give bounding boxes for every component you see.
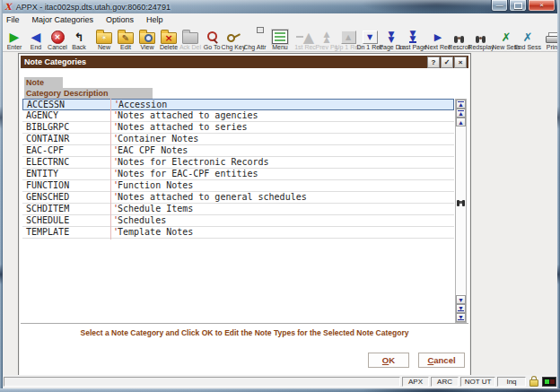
description-cell: Template Notes <box>118 227 193 238</box>
toolbar-rescroll-button[interactable]: Rescroll <box>449 26 470 51</box>
redsplay-icon <box>475 35 487 44</box>
table-row-containr[interactable]: CONTAINR'Container Notes <box>22 134 454 145</box>
table-row-schditem[interactable]: SCHDITEM'Schedule Items <box>22 204 454 215</box>
window-title: APPX - itac002sp.dts.utah.gov:8060:24791 <box>16 3 171 12</box>
new-sess-icon: ✗ <box>499 30 513 44</box>
scroll-page-up-button[interactable]: ▲ <box>456 109 466 118</box>
toolbar-dn-1-rec-button[interactable]: ▼Dn 1 Rec <box>359 26 381 51</box>
table-row-function[interactable]: FUNCTION'Function Notes <box>22 180 454 192</box>
first-rec-icon: ▲ <box>296 30 314 44</box>
toolbar-back-button[interactable]: ↰Back <box>68 26 90 51</box>
minimize-button[interactable]: — <box>491 0 508 12</box>
table-row-schedule[interactable]: SCHEDULE'Schedules <box>22 215 454 227</box>
table-row-electrnc[interactable]: ELECTRNC'Notes for Electronic Records <box>22 157 454 169</box>
note-category-cell: EAC-CPF <box>26 145 64 156</box>
column-header-note-category: Note Category <box>24 77 63 99</box>
toolbar-label: Cancel <box>48 44 67 51</box>
bar-icon <box>458 319 464 320</box>
close-button[interactable]: × <box>528 0 556 12</box>
table-row-biblgrpc[interactable]: BIBLGRPC'Notes attached to series <box>22 122 454 134</box>
arrow-up-icon: ▲ <box>458 111 464 116</box>
toolbar-chg-attr-button[interactable]: Chg Attr <box>244 26 266 51</box>
table-row-entity[interactable]: ENTITY'Notes for EAC-CPF entities <box>22 169 454 180</box>
menu-help[interactable]: Help <box>146 15 163 24</box>
toolbar-delete-button[interactable]: ×Delete <box>158 26 179 51</box>
scroll-down-one-button[interactable]: ▼ <box>456 295 466 304</box>
scroll-last-page-button[interactable]: ▼ <box>456 313 466 322</box>
toolbar-next-rec-button[interactable]: ▶Next Rec <box>427 26 449 51</box>
scroll-first-page-button[interactable]: ▲ <box>456 100 466 109</box>
note-category-cell: GENSCHED <box>26 192 69 203</box>
scroll-page-down-button[interactable]: ▼ <box>456 304 466 313</box>
toolbar-label: End <box>31 44 41 51</box>
table-row-agency[interactable]: AGENCY'Notes attached to agencies <box>22 110 454 122</box>
note-category-cell: ENTITY <box>26 169 58 179</box>
toolbar-view-button[interactable]: View <box>136 26 158 51</box>
up-1-rec-icon: ▲ <box>341 30 356 44</box>
mdi-client-area: Note Categories ?✓× Note Category Descri… <box>2 51 558 376</box>
table-row-accessn[interactable]: ACCESSN'Accession <box>22 99 454 110</box>
window-bottom-edge <box>0 388 560 392</box>
toolbar: ▶Enter◀End×Cancel↰Back✶New✎EditView×Dele… <box>2 25 558 52</box>
toolbar-label: Edit <box>120 44 131 51</box>
menu-major-categories[interactable]: Major Categories <box>32 15 94 24</box>
toolbar-menu-button[interactable]: Menu <box>269 26 291 51</box>
description-cell: Notes attached to agencies <box>118 110 258 121</box>
toolbar-label: Back <box>72 44 86 51</box>
cancel-button[interactable]: Cancel <box>418 353 465 368</box>
status-message-cell <box>4 377 400 387</box>
enter-icon: ▶ <box>7 30 22 44</box>
menu-options[interactable]: Options <box>106 15 134 24</box>
description-cell: Accession <box>118 100 167 110</box>
toolbar-end-button[interactable]: ◀End <box>25 26 47 51</box>
toolbar-redsplay-button[interactable]: Redsplay <box>470 26 492 51</box>
toolbar-go-to-button[interactable]: Go To <box>201 26 223 51</box>
ok-button[interactable]: OK <box>368 353 409 368</box>
toolbar-edit-button[interactable]: ✎Edit <box>115 26 136 51</box>
scroll-up-one-button[interactable]: ▲ <box>456 118 466 126</box>
vertical-scrollbar[interactable]: ▲ ▲ ▲ ▼ ▼ ▼ <box>455 99 467 323</box>
toolbar-label: View <box>140 44 153 51</box>
maximize-button[interactable] <box>509 0 527 12</box>
toolbar-end-sess-button[interactable]: ✗End Sess <box>517 26 538 51</box>
toolbar-label: Next Rec <box>425 44 451 51</box>
toolbar-label: End Sess <box>514 44 541 51</box>
menu-file[interactable]: File <box>6 15 20 24</box>
dialog-help-button[interactable]: ? <box>427 57 440 68</box>
toolbar-chg-key-button[interactable]: Chg Key <box>223 26 244 51</box>
toolbar-label: Delete <box>160 44 178 51</box>
description-cell: Notes attached to series <box>118 122 248 133</box>
toolbar-enter-button[interactable]: ▶Enter <box>4 26 25 51</box>
status-cell-inq: Inq <box>497 377 526 387</box>
dialog-close-button[interactable]: × <box>454 57 467 68</box>
dialog-apply-button[interactable]: ✓ <box>441 57 453 68</box>
rescroll-icon <box>453 35 466 44</box>
toolbar-label: Chg Key <box>222 44 246 51</box>
led-red <box>550 379 555 384</box>
arrow-down-icon: ▼ <box>458 298 464 302</box>
toolbar-new-button[interactable]: ✶New <box>93 26 115 51</box>
menu-icon <box>272 30 288 44</box>
toolbar-up-1-rec-button: ▲Up 1 Rec <box>337 26 359 51</box>
status-cell-not-ut: NOT UT <box>460 377 495 387</box>
description-cell: Container Notes <box>118 134 198 144</box>
status-bar: APX ARC NOT UT Inq <box>2 375 558 388</box>
dn-1-rec-icon: ▼ <box>363 30 378 44</box>
toolbar-cancel-button[interactable]: ×Cancel <box>47 26 68 51</box>
note-category-cell: ACCESSN <box>27 100 65 110</box>
last-page-icon: ▼▼ <box>406 30 420 44</box>
column-header-line2: Category <box>26 88 63 99</box>
column-header-line1: Note <box>26 77 63 88</box>
binoculars-find-icon[interactable] <box>457 200 467 207</box>
note-category-cell: SCHDITEM <box>26 204 69 214</box>
toolbar-last-page-button[interactable]: ▼▼Last Page <box>402 26 424 51</box>
note-category-cell: TEMPLATE <box>26 227 69 238</box>
chg-attr-icon <box>248 30 262 44</box>
toolbar-prev-pg-button: ▲▲Prev Pg <box>316 26 337 51</box>
toolbar-1st-rec-button: ▲1st Rec <box>294 26 316 51</box>
table-row-gensched[interactable]: GENSCHED'Notes attached to general sched… <box>22 192 454 204</box>
appx-logo-icon: X <box>4 3 12 12</box>
table-row-template[interactable]: TEMPLATE'Template Notes <box>22 227 454 239</box>
toolbar-label: Go To <box>204 44 221 51</box>
table-row-eac-cpf[interactable]: EAC-CPF'EAC CPF Notes <box>22 145 454 157</box>
